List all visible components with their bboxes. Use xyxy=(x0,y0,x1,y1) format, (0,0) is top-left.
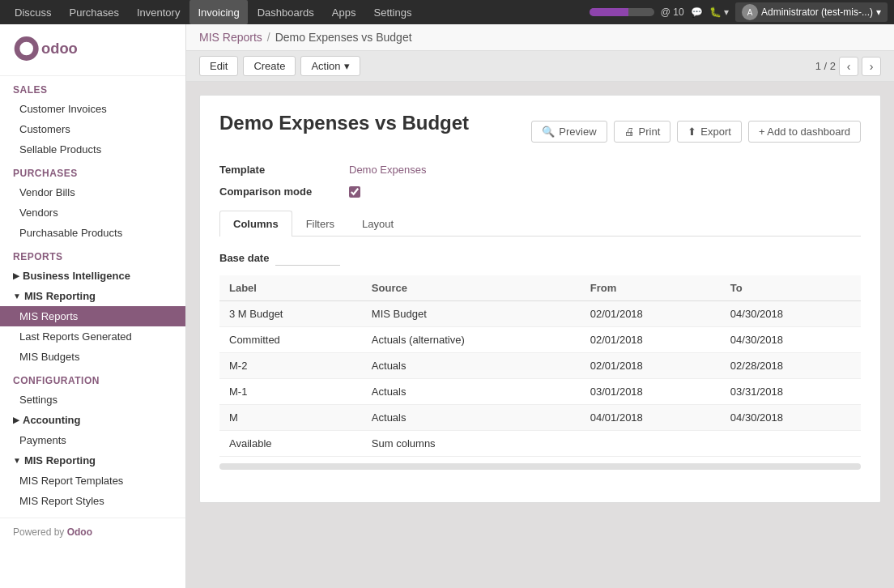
sidebar-section-configuration: Configuration xyxy=(0,367,185,390)
pagination: 1 / 2 ‹ › xyxy=(815,57,881,76)
cell-label: 3 M Budget xyxy=(219,301,362,327)
nav-invoicing[interactable]: Invoicing xyxy=(189,0,247,24)
action-label: Action xyxy=(311,60,340,72)
breadcrumb-separator: / xyxy=(267,31,270,44)
sidebar-item-mis-report-styles[interactable]: MIS Report Styles xyxy=(0,491,185,511)
arrow-bi-icon: ▶ xyxy=(13,271,19,280)
cell-to: 03/31/2018 xyxy=(721,379,861,405)
comparison-label: Comparison mode xyxy=(219,185,349,198)
next-page-button[interactable]: › xyxy=(862,57,881,76)
table-row[interactable]: M-1Actuals03/01/201803/31/2018 xyxy=(219,379,861,405)
cell-from: 02/01/2018 xyxy=(581,327,721,353)
action-chevron-icon: ▾ xyxy=(344,60,350,72)
table-row[interactable]: CommittedActuals (alternative)02/01/2018… xyxy=(219,327,861,353)
table-header-row: Label Source From To xyxy=(219,275,861,301)
sidebar-item-mis-report-templates[interactable]: MIS Report Templates xyxy=(0,471,185,491)
horizontal-scrollbar[interactable] xyxy=(219,463,861,470)
avatar: A xyxy=(742,4,758,20)
progress-fill xyxy=(590,8,628,16)
table-row[interactable]: AvailableSum columns xyxy=(219,431,861,457)
cell-source: Actuals xyxy=(362,379,581,405)
edit-button[interactable]: Edit xyxy=(199,56,238,76)
bug-icon[interactable]: 🐛 ▾ xyxy=(709,6,729,18)
breadcrumb-current: Demo Expenses vs Budget xyxy=(275,31,412,44)
template-value[interactable]: Demo Expenses xyxy=(349,164,426,176)
template-label: Template xyxy=(219,164,349,176)
sidebar-item-last-reports[interactable]: Last Reports Generated xyxy=(0,326,185,347)
main-layout: odoo Sales Customer Invoices Customers S… xyxy=(0,24,894,588)
nav-dashboards[interactable]: Dashboards xyxy=(249,0,322,24)
nav-inventory[interactable]: Inventory xyxy=(129,0,188,24)
cell-label: M-2 xyxy=(219,353,362,379)
sidebar-item-mis-budgets[interactable]: MIS Budgets xyxy=(0,347,185,367)
table-row[interactable]: M-2Actuals02/01/201802/28/2018 xyxy=(219,353,861,379)
cell-from xyxy=(581,431,721,457)
pagination-info: 1 / 2 xyxy=(815,60,836,72)
cell-from: 02/01/2018 xyxy=(581,353,721,379)
tab-layout[interactable]: Layout xyxy=(348,211,407,236)
tab-filters[interactable]: Filters xyxy=(292,211,348,236)
form-panel: Demo Expenses vs Budget 🔍 Preview 🖨 Prin… xyxy=(199,95,881,503)
col-header-label: Label xyxy=(219,275,362,301)
nav-apps[interactable]: Apps xyxy=(324,0,364,24)
cell-to: 02/28/2018 xyxy=(721,353,861,379)
tab-columns[interactable]: Columns xyxy=(219,211,292,236)
progress-bar xyxy=(590,8,654,16)
prev-page-button[interactable]: ‹ xyxy=(839,57,858,76)
sidebar-item-sellable-products[interactable]: Sellable Products xyxy=(0,139,185,160)
comparison-checkbox[interactable] xyxy=(349,186,360,198)
breadcrumb-parent[interactable]: MIS Reports xyxy=(199,31,262,44)
top-navigation: Discuss Purchases Inventory Invoicing Da… xyxy=(0,0,894,24)
add-dashboard-button[interactable]: + Add to dashboard xyxy=(748,121,861,143)
col-header-to: To xyxy=(721,275,861,301)
print-button[interactable]: 🖨 Print xyxy=(614,121,671,143)
base-date-input[interactable] xyxy=(275,249,340,266)
nav-purchases[interactable]: Purchases xyxy=(62,0,127,24)
cell-label: M xyxy=(219,405,362,431)
table-row[interactable]: MActuals04/01/201804/30/2018 xyxy=(219,405,861,431)
sidebar-group-mis-config-label: MIS Reporting xyxy=(24,454,96,467)
export-button[interactable]: ⬆ Export xyxy=(677,121,742,143)
sidebar-item-customer-invoices[interactable]: Customer Invoices xyxy=(0,99,185,119)
cell-to xyxy=(721,431,861,457)
preview-button[interactable]: 🔍 Preview xyxy=(531,121,607,143)
odoo-brand: Odoo xyxy=(67,526,92,538)
nav-discuss[interactable]: Discuss xyxy=(6,0,60,24)
cell-from: 03/01/2018 xyxy=(581,379,721,405)
sidebar-group-bi-label: Business Intelligence xyxy=(23,270,130,282)
sidebar-item-vendors[interactable]: Vendors xyxy=(0,202,185,223)
sidebar-item-payments[interactable]: Payments xyxy=(0,430,185,450)
toolbar: Edit Create Action ▾ 1 / 2 ‹ › xyxy=(186,51,894,82)
cell-label: Available xyxy=(219,431,362,457)
sidebar-item-settings[interactable]: Settings xyxy=(0,390,185,410)
sidebar-group-mis-reporting-config[interactable]: ▼ MIS Reporting xyxy=(0,450,185,471)
create-button[interactable]: Create xyxy=(243,56,296,76)
sidebar-group-business-intelligence[interactable]: ▶ Business Intelligence xyxy=(0,266,185,286)
sidebar-group-mis-reporting[interactable]: ▼ MIS Reporting xyxy=(0,286,185,306)
action-dropdown[interactable]: Action ▾ xyxy=(300,56,360,76)
user-menu[interactable]: A Administrator (test-mis-...) ▾ xyxy=(735,2,888,22)
cell-source: Sum columns xyxy=(362,431,581,457)
columns-table: Label Source From To 3 M BudgetMIS Budge… xyxy=(219,275,861,457)
breadcrumb: MIS Reports / Demo Expenses vs Budget xyxy=(199,31,881,44)
arrow-mis-config-icon: ▼ xyxy=(13,456,21,465)
chat-icon[interactable]: 💬 xyxy=(691,6,703,18)
sidebar-item-vendor-bills[interactable]: Vendor Bills xyxy=(0,182,185,202)
sidebar-item-customers[interactable]: Customers xyxy=(0,119,185,139)
table-row[interactable]: 3 M BudgetMIS Budget02/01/201804/30/2018 xyxy=(219,301,861,327)
cell-from: 04/01/2018 xyxy=(581,405,721,431)
sidebar-group-accounting[interactable]: ▶ Accounting xyxy=(0,410,185,430)
svg-text:odoo: odoo xyxy=(41,40,78,57)
sidebar-item-purchasable-products[interactable]: Purchasable Products xyxy=(0,223,185,243)
user-chevron: ▾ xyxy=(876,6,881,18)
cell-to: 04/30/2018 xyxy=(721,327,861,353)
nav-settings[interactable]: Settings xyxy=(365,0,419,24)
sidebar-logo[interactable]: odoo xyxy=(0,24,185,76)
base-date-label: Base date xyxy=(219,252,269,264)
cell-label: Committed xyxy=(219,327,362,353)
sidebar: odoo Sales Customer Invoices Customers S… xyxy=(0,24,186,588)
notification-count[interactable]: @ 10 xyxy=(661,6,684,18)
cell-source: Actuals xyxy=(362,405,581,431)
sidebar-item-mis-reports[interactable]: MIS Reports xyxy=(0,306,185,326)
tabs-container: Columns Filters Layout xyxy=(219,211,861,236)
